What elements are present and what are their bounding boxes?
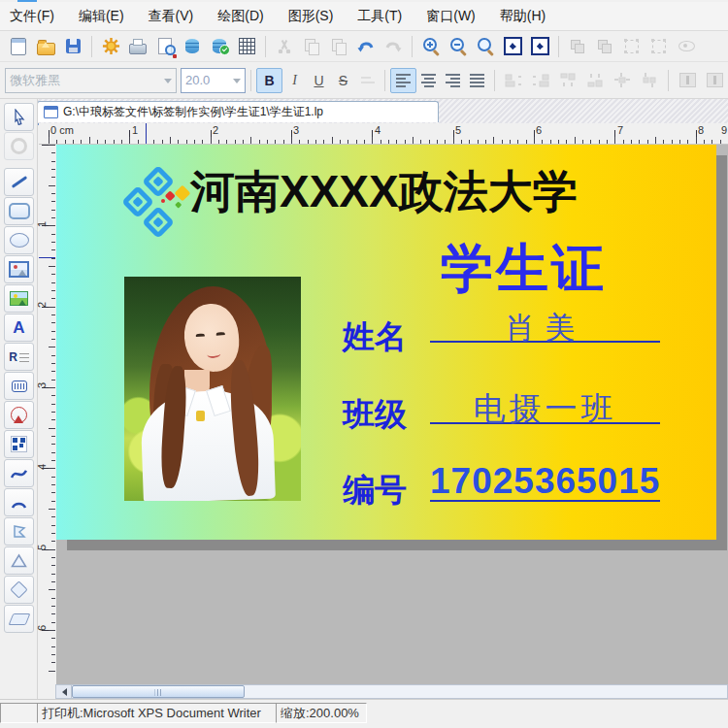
visibility-button[interactable]: [673, 34, 700, 59]
menu-window[interactable]: 窗口(W): [426, 8, 476, 25]
diamond-tool-button[interactable]: [4, 576, 34, 604]
document-path: G:\中琅标签文件\标签制作实例\学生证1\学生证1.lp: [63, 104, 323, 120]
database-button[interactable]: [179, 34, 206, 59]
underline-button[interactable]: U: [307, 69, 331, 92]
align-objects-bottom-button[interactable]: [581, 68, 609, 93]
center-horizontal-button[interactable]: [674, 68, 701, 93]
new-button[interactable]: [5, 34, 32, 59]
shape-tool-button[interactable]: [4, 401, 34, 429]
select-tool-button[interactable]: [4, 103, 34, 131]
university-logo[interactable]: [126, 170, 190, 234]
scrollbar-thumb[interactable]: [72, 685, 245, 698]
distribute-horizontal-button[interactable]: [609, 68, 636, 93]
triangle-tool-button[interactable]: [4, 546, 34, 575]
zoom-in-button[interactable]: [417, 34, 445, 59]
field-value-name[interactable]: 肖美: [430, 308, 660, 343]
fit-window-icon: [531, 37, 549, 55]
field-value-number[interactable]: 17025365015: [430, 461, 660, 502]
ruler-number: 4: [36, 464, 48, 470]
database-connect-button[interactable]: [206, 34, 233, 59]
cursor-position-marker: [146, 123, 147, 144]
menu-tools[interactable]: 工具(T): [357, 8, 402, 25]
menu-file[interactable]: 文件(F): [10, 8, 54, 25]
fit-page-button[interactable]: [499, 34, 526, 59]
new-document-icon: [11, 38, 26, 55]
bold-button[interactable]: B: [256, 68, 282, 93]
align-objects-left-icon: [505, 74, 522, 87]
line-tool-button[interactable]: [4, 168, 34, 196]
parallelogram-tool-button[interactable]: [4, 605, 34, 633]
redo-button[interactable]: [380, 34, 407, 59]
align-center-button[interactable]: [416, 69, 441, 92]
field-label-class[interactable]: 班级: [343, 393, 407, 437]
print-button[interactable]: [124, 34, 151, 59]
align-objects-left-button[interactable]: [500, 68, 527, 93]
undo-button[interactable]: [352, 34, 380, 59]
cut-button[interactable]: [271, 34, 298, 59]
rounded-rect-tool-button[interactable]: [4, 197, 34, 225]
pan-tool-button[interactable]: [4, 132, 34, 160]
toolbar-separator: [668, 70, 669, 91]
menu-view[interactable]: 查看(V): [149, 8, 194, 25]
align-left-icon: [396, 74, 412, 87]
document-tab[interactable]: G:\中琅标签文件\标签制作实例\学生证1\学生证1.lp: [37, 101, 439, 122]
zoom-tool-button[interactable]: [472, 34, 499, 59]
barcode-tool-button[interactable]: [4, 372, 34, 400]
polygon-tool-button[interactable]: [4, 517, 34, 546]
align-left-button[interactable]: [390, 68, 416, 93]
distribute-vertical-button[interactable]: [636, 68, 663, 93]
text-tool-button[interactable]: A: [4, 314, 34, 342]
university-name-text[interactable]: 河南XXXX政法大学: [190, 162, 578, 222]
menubar: 文件(F) 编辑(E) 查看(V) 绘图(D) 图形(S) 工具(T) 窗口(W…: [0, 2, 728, 31]
richtext-tool-button[interactable]: R: [4, 343, 34, 371]
card-title-text[interactable]: 学生证: [441, 234, 607, 305]
save-button[interactable]: [59, 34, 86, 59]
font-size-select[interactable]: 20.0: [181, 68, 246, 93]
ungroup-button[interactable]: [591, 34, 618, 59]
strikethrough-button[interactable]: S: [331, 69, 355, 92]
image-tool-button[interactable]: [4, 255, 34, 283]
print-preview-button[interactable]: [151, 34, 179, 59]
menu-graphics[interactable]: 图形(S): [288, 8, 334, 25]
text-style-button[interactable]: [355, 69, 380, 92]
design-canvas[interactable]: 河南XXXX政法大学 学生证 姓名 肖美: [56, 145, 728, 684]
edit-frame-button[interactable]: [645, 34, 673, 59]
arc-tool-button[interactable]: [4, 488, 34, 516]
tab-bar: G:\中琅标签文件\标签制作实例\学生证1\学生证1.lp: [37, 99, 728, 125]
qrcode-tool-button[interactable]: [4, 430, 34, 458]
magnifier-icon: [478, 38, 491, 51]
select-frame-button[interactable]: [618, 34, 645, 59]
ellipse-tool-button[interactable]: [4, 226, 34, 254]
menu-help[interactable]: 帮助(H): [500, 8, 546, 25]
group-button[interactable]: [564, 34, 591, 59]
open-button[interactable]: [32, 34, 59, 59]
copy-button[interactable]: [298, 34, 325, 59]
paste-button[interactable]: [325, 34, 352, 59]
insert-picture-tool-button[interactable]: [4, 284, 34, 313]
student-photo[interactable]: [124, 277, 301, 501]
settings-button[interactable]: [97, 34, 124, 59]
field-label-number[interactable]: 编号: [343, 469, 407, 513]
curve-tool-button[interactable]: [4, 459, 34, 487]
align-objects-right-button[interactable]: [527, 68, 554, 93]
student-card[interactable]: 河南XXXX政法大学 学生证 姓名 肖美: [56, 145, 716, 540]
scroll-left-button[interactable]: [56, 685, 72, 698]
zoom-out-button[interactable]: [445, 34, 472, 59]
menu-edit[interactable]: 编辑(E): [79, 8, 124, 25]
font-family-select[interactable]: 微软雅黑: [5, 68, 177, 93]
field-label-name[interactable]: 姓名: [343, 315, 407, 359]
menu-draw[interactable]: 绘图(D): [217, 8, 263, 25]
align-justify-button[interactable]: [465, 69, 489, 92]
cursor-position-marker: [39, 257, 55, 258]
distribute-vertical-icon: [642, 73, 657, 87]
field-value-class[interactable]: 电摄一班: [430, 387, 660, 424]
center-in-page-button[interactable]: [701, 68, 728, 93]
italic-button[interactable]: I: [282, 69, 307, 92]
toolbar-separator: [384, 70, 385, 91]
fit-window-button[interactable]: [526, 34, 553, 59]
align-objects-top-button[interactable]: [554, 68, 581, 93]
align-right-button[interactable]: [441, 69, 465, 92]
grid-toggle-button[interactable]: [233, 34, 260, 59]
scissors-icon: [278, 40, 291, 53]
horizontal-scrollbar[interactable]: [55, 684, 728, 699]
